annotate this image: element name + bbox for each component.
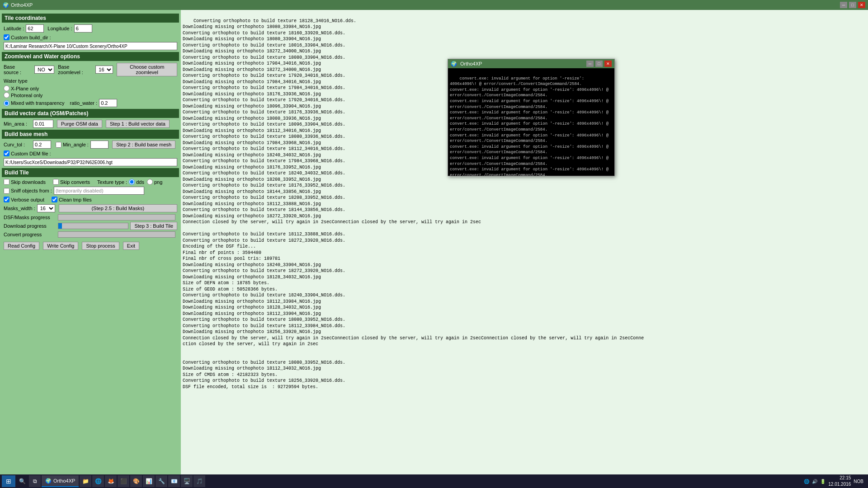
- step2-btn[interactable]: Step 2 : Build base mesh: [112, 141, 175, 149]
- water-photoreal-radio[interactable]: [4, 92, 9, 98]
- taskbar: ⊞ 🔍 ⧉ 🌍 Ortho4XP 📁 🌐 🦊 ⬛ 🎨 📊 🔧 📧 🖥️ 🎵 🌐 …: [0, 474, 868, 488]
- tray-time[interactable]: 22:15 12.01.2016: [828, 475, 851, 488]
- masks-width-row: Masks_width : 163264 (Step 2.5 : Build M…: [2, 204, 179, 212]
- read-config-btn[interactable]: Read Config: [4, 242, 39, 250]
- curv-tol-input[interactable]: [33, 141, 51, 149]
- sniff-objects-row: Sniff objects from :: [2, 187, 179, 195]
- task-view-btn[interactable]: ⧉: [29, 475, 41, 487]
- tray-volume-icon: 🔊: [812, 479, 817, 484]
- convert-progress-bar: [58, 231, 175, 238]
- secondary-title-bar: 🌍 Ortho4XP ─ □ ✕: [448, 59, 614, 68]
- sniff-objects-checkbox[interactable]: [4, 188, 9, 194]
- min-area-input[interactable]: [33, 120, 53, 128]
- secondary-maximize-btn[interactable]: □: [595, 61, 603, 67]
- taskbar-app2[interactable]: 📊: [143, 475, 155, 487]
- custom-build-dir-input[interactable]: [4, 42, 177, 50]
- ratio-water-input[interactable]: [99, 99, 117, 107]
- taskbar-app-ortho4xp[interactable]: 🌍 Ortho4XP: [42, 475, 79, 487]
- custom-dem-checkbox[interactable]: [4, 150, 9, 156]
- min-angle-checkbox[interactable]: [56, 142, 61, 148]
- min-area-row: Min_area : Purge OSM data Step 1 : Build…: [2, 120, 179, 128]
- dsf-progress-row: DSF/Masks progress: [2, 214, 179, 221]
- close-button[interactable]: ✕: [858, 2, 865, 8]
- longitude-input[interactable]: [74, 24, 92, 33]
- convert-progress-row: Convert progress: [2, 231, 179, 238]
- taskbar-app-icon: 🌍: [45, 478, 52, 484]
- skip-downloads-checkbox[interactable]: [4, 179, 9, 185]
- taskbar-tray: 🌐 🔊 🔋 22:15 12.01.2016 NOB: [804, 475, 866, 488]
- sniff-objects-input[interactable]: [54, 187, 144, 195]
- exit-btn[interactable]: Exit: [123, 242, 139, 250]
- water-mixed-radio[interactable]: [4, 100, 9, 106]
- base-zoomlevel-select[interactable]: 1415161718: [95, 66, 113, 74]
- dsf-progress-bar: [58, 214, 175, 221]
- custom-zoomlevel-btn[interactable]: Choose custom zoomlevel: [117, 63, 177, 76]
- title-bar-left: 🌍 Ortho4XP: [3, 2, 33, 8]
- title-bar-buttons: ─ □ ✕: [840, 2, 865, 8]
- secondary-title: Ortho4XP: [460, 61, 482, 66]
- water-xplane-radio[interactable]: [4, 85, 9, 91]
- water-type-row: Water type: [2, 78, 179, 84]
- tile-coordinates-header: Tile coordinates: [2, 14, 179, 23]
- maximize-button[interactable]: □: [849, 2, 856, 8]
- skip-converts-checkbox[interactable]: [53, 179, 59, 185]
- custom-build-dir-row: Custom build_dir :: [2, 34, 179, 40]
- start-button[interactable]: ⊞: [2, 475, 15, 487]
- latitude-input[interactable]: [26, 24, 44, 33]
- water-type-label: Water type: [4, 78, 35, 84]
- taskbar-browser1[interactable]: 🌐: [92, 475, 104, 487]
- water-xplane-row: X-Plane only: [4, 85, 177, 91]
- taskbar-apps: 🌍 Ortho4XP 📁 🌐 🦊 ⬛ 🎨 📊 🔧 📧 🖥️ 🎵: [42, 475, 803, 487]
- taskbar-terminal[interactable]: ⬛: [118, 475, 129, 487]
- texture-png-radio[interactable]: [147, 179, 153, 185]
- water-mixed-row: Mixed with transparency ratio_water :: [4, 99, 177, 107]
- masks-width-select[interactable]: 163264: [37, 204, 55, 212]
- skip-converts-label: Skip converts: [60, 179, 90, 185]
- water-photoreal-row: Photoreal only: [4, 92, 177, 98]
- taskbar-app5[interactable]: 🖥️: [181, 475, 193, 487]
- secondary-app-icon: 🌍: [451, 61, 457, 66]
- taskbar-app4[interactable]: 📧: [168, 475, 180, 487]
- purge-osm-btn[interactable]: Purge OSM data: [57, 120, 102, 128]
- taskbar-app6[interactable]: 🎵: [193, 475, 205, 487]
- clean-tmp-checkbox[interactable]: [52, 197, 57, 202]
- lat-lon-row: Latitude : Longitude :: [2, 24, 179, 33]
- clean-tmp-label: Clean tmp files: [59, 197, 92, 202]
- taskbar-browser2[interactable]: 🦊: [105, 475, 117, 487]
- step3-btn[interactable]: Step 3 : Build Tile: [130, 222, 177, 230]
- verbose-checkbox[interactable]: [4, 197, 9, 202]
- build-vector-header: Build vector data (OSM/Patches): [2, 109, 179, 118]
- curv-tol-row: Curv_tol : Min_angle : Step 2 : Build ba…: [2, 141, 179, 149]
- ratio-water-label: ratio_water :: [70, 100, 98, 106]
- taskbar-app1[interactable]: 🎨: [130, 475, 142, 487]
- dsf-progress-label: DSF/Masks progress: [4, 215, 58, 220]
- custom-build-dir-checkbox[interactable]: [4, 34, 9, 40]
- longitude-label: Longitude :: [47, 26, 72, 31]
- title-bar: 🌍 Ortho4XP ─ □ ✕: [0, 0, 868, 10]
- custom-build-dir-label: Custom build_dir :: [11, 35, 51, 40]
- base-source-select[interactable]: NOBIGO: [34, 66, 54, 74]
- base-zoomlevel-label: Base zoomlevel :: [58, 64, 92, 75]
- secondary-log: convert.exe: invalid argument for option…: [450, 76, 611, 176]
- masks-width-label: Masks_width :: [4, 206, 35, 211]
- taskbar-file-explorer[interactable]: 📁: [80, 475, 91, 487]
- zoomlevel-water-header: Zoomlevel and Water options: [2, 52, 179, 61]
- min-angle-input[interactable]: [90, 141, 108, 149]
- taskbar-app3[interactable]: 🔧: [156, 475, 167, 487]
- minimize-button[interactable]: ─: [840, 2, 847, 8]
- step25-btn[interactable]: (Step 2.5 : Build Masks): [59, 204, 177, 212]
- app-title: Ortho4XP: [11, 2, 33, 8]
- search-button[interactable]: 🔍: [16, 475, 28, 487]
- step1-btn[interactable]: Step 1 : Build vector data: [106, 120, 170, 128]
- clock-time: 22:15: [828, 475, 851, 481]
- stop-process-btn[interactable]: Stop process: [82, 242, 119, 250]
- secondary-window: 🌍 Ortho4XP ─ □ ✕ convert.exe: invalid ar…: [448, 59, 615, 176]
- tray-battery-icon: 🔋: [820, 479, 826, 484]
- custom-dem-input[interactable]: [4, 158, 177, 166]
- texture-dds-radio[interactable]: [129, 179, 135, 185]
- secondary-close-btn[interactable]: ✕: [604, 61, 612, 67]
- min-angle-label: Min_angle :: [63, 142, 89, 147]
- write-config-btn[interactable]: Write Config: [43, 242, 78, 250]
- bottom-buttons: Read Config Write Config Stop process Ex…: [2, 239, 179, 253]
- secondary-minimize-btn[interactable]: ─: [586, 61, 594, 67]
